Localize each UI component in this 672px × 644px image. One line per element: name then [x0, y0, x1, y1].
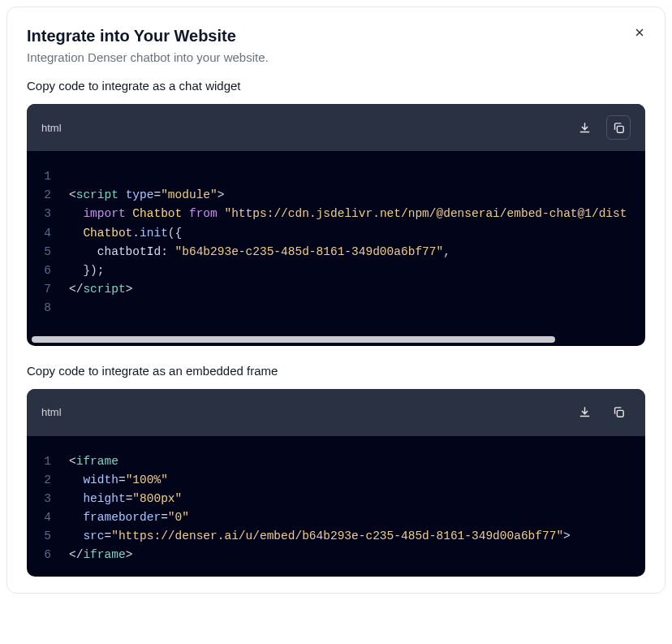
copy-icon [612, 121, 626, 135]
code-body-widget[interactable]: 12<script type="module">3 import Chatbot… [27, 151, 645, 330]
copy-icon [612, 405, 626, 419]
scrollbar-thumb[interactable] [32, 336, 555, 343]
line-content: import Chatbot from "https://cdn.jsdeliv… [54, 205, 627, 223]
code-line: 1<iframe [33, 452, 639, 471]
code-block-widget: html 12<script type="module">3 import Ch… [27, 104, 645, 346]
line-content: src="https://denser.ai/u/embed/b64b293e-… [54, 527, 571, 546]
line-number: 3 [33, 490, 54, 508]
download-button[interactable] [572, 400, 597, 425]
line-content: </iframe> [54, 546, 132, 564]
svg-rect-0 [617, 126, 623, 132]
code-line: 3 import Chatbot from "https://cdn.jsdel… [33, 205, 639, 223]
line-number: 6 [33, 546, 54, 564]
code-line: 6 }); [33, 261, 639, 280]
line-number: 1 [33, 452, 54, 471]
modal-subtitle: Integration Denser chatbot into your web… [27, 50, 645, 64]
copy-button[interactable] [606, 400, 631, 425]
close-button[interactable] [632, 25, 647, 40]
line-number: 5 [33, 527, 54, 546]
modal-title: Integrate into Your Website [27, 27, 645, 45]
code-line: 2<script type="module"> [33, 186, 639, 205]
line-number: 1 [33, 167, 54, 186]
code-lang-label: html [41, 122, 62, 134]
code-header-actions [572, 115, 631, 140]
line-number: 8 [33, 299, 54, 318]
section-label-iframe: Copy code to integrate as an embedded fr… [27, 364, 645, 378]
integration-modal: Integrate into Your Website Integration … [6, 6, 666, 594]
section-label-widget: Copy code to integrate as a chat widget [27, 79, 645, 93]
line-content: height="800px" [54, 490, 182, 508]
line-content: <script type="module"> [54, 186, 224, 205]
line-content: width="100%" [54, 471, 168, 490]
code-lang-label: html [41, 406, 62, 418]
line-number: 2 [33, 186, 54, 205]
line-content [54, 299, 69, 318]
code-line: 4 Chatbot.init({ [33, 224, 639, 243]
line-content: </script> [54, 280, 132, 299]
line-number: 5 [33, 243, 54, 261]
line-number: 4 [33, 224, 54, 243]
close-icon [633, 26, 646, 39]
line-number: 2 [33, 471, 54, 490]
line-number: 6 [33, 261, 54, 280]
download-icon [578, 405, 592, 419]
line-content: <iframe [54, 452, 118, 471]
line-content: frameborder="0" [54, 508, 189, 527]
code-header: html [27, 389, 645, 436]
code-header-actions [572, 400, 631, 425]
code-body-iframe[interactable]: 1<iframe2 width="100%"3 height="800px"4 … [27, 436, 645, 577]
code-line: 7</script> [33, 280, 639, 299]
line-number: 3 [33, 205, 54, 223]
line-content: chatbotId: "b64b293e-c235-485d-8161-349d… [54, 243, 450, 261]
code-line: 6</iframe> [33, 546, 639, 564]
code-line: 1 [33, 167, 639, 186]
code-line: 4 frameborder="0" [33, 508, 639, 527]
line-content [54, 167, 69, 186]
code-line: 5 chatbotId: "b64b293e-c235-485d-8161-34… [33, 243, 639, 261]
code-block-iframe: html 1<iframe2 width="100%"3 height="800… [27, 389, 645, 577]
code-line: 2 width="100%" [33, 471, 639, 490]
line-number: 7 [33, 280, 54, 299]
svg-rect-1 [617, 410, 623, 417]
copy-button[interactable] [606, 115, 631, 140]
code-line: 3 height="800px" [33, 490, 639, 508]
code-header: html [27, 104, 645, 151]
line-content: Chatbot.init({ [54, 224, 182, 243]
code-line: 5 src="https://denser.ai/u/embed/b64b293… [33, 527, 639, 546]
line-number: 4 [33, 508, 54, 527]
line-content: }); [54, 261, 105, 280]
code-line: 8 [33, 299, 639, 318]
download-button[interactable] [572, 115, 597, 140]
scrollbar[interactable] [32, 336, 640, 344]
download-icon [578, 121, 592, 135]
